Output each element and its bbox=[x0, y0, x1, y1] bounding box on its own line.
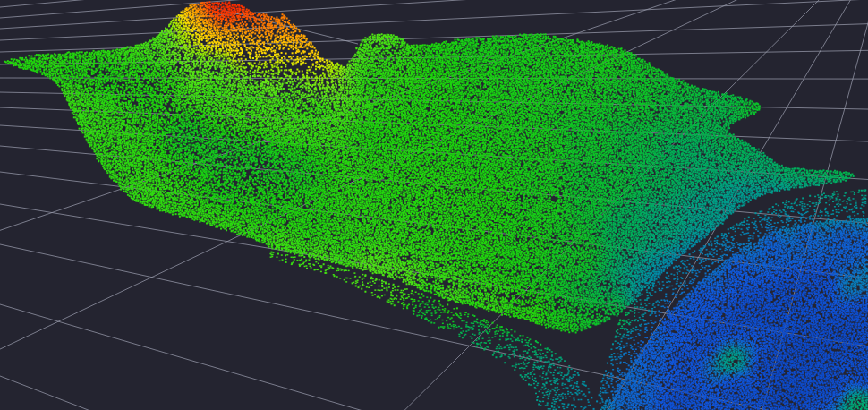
point-cloud-viewport bbox=[0, 0, 868, 410]
point-cloud-canvas[interactable] bbox=[0, 0, 868, 410]
